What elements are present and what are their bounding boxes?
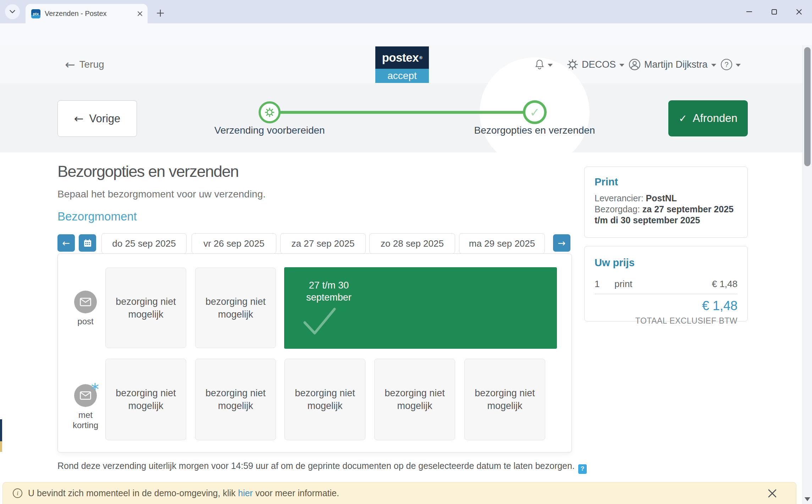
price-amount: € 1,48 [712,279,738,290]
caret-down-icon [619,64,624,67]
option-cell-unavailable: bezorging niet mogelijk [195,268,276,348]
caret-down-icon [711,64,716,67]
postex-favicon: ptx [31,9,40,18]
back-link[interactable]: ← Terug [65,45,104,84]
new-tab-button[interactable] [153,6,167,20]
step-label-delivery: Bezorgopties en verzenden [460,125,609,136]
info-icon: i [13,488,22,498]
gear-icon [265,107,275,117]
organization-menu[interactable]: DECOS [567,45,624,84]
close-icon [768,489,777,498]
tab-strip: ptx Verzenden - Postex [0,0,812,23]
maximize-button[interactable] [763,0,785,23]
date-tab[interactable]: do 25 sep 2025 [101,233,187,254]
price-card: Uw prijs 1 print € 1,48 € 1,48 TOTAAL EX… [584,246,748,321]
finish-button-label: Afronden [693,112,738,125]
option-cell-unavailable: bezorging niet mogelijk [195,359,276,440]
post-row-icon [74,291,97,313]
step-connector-line [280,111,524,114]
row-label-post: post [63,316,108,326]
back-link-label: Terug [79,59,104,70]
logo-top: postex® [375,46,429,69]
price-total-caption: TOTAAL EXCLUSIEF BTW [595,316,738,326]
scrollbar-thumb[interactable] [804,47,811,166]
page-subtitle: Bepaal het bezorgmoment voor uw verzendi… [57,189,266,200]
edge-fragment [0,441,2,452]
browser-toolbar: nl.postex-accept.com/start/shipments/280… [0,23,812,45]
tab-search-button[interactable] [5,4,20,19]
help-menu[interactable]: ? [721,45,741,84]
price-item: print [614,279,712,290]
browser-window: ptx Verzenden - Postex nl.postex-accept.… [0,0,812,504]
close-window-button[interactable] [788,0,810,23]
prev-dates-button[interactable]: ← [57,234,75,252]
price-total: € 1,48 [595,298,738,313]
maximize-icon [772,9,777,15]
envelope-icon [80,298,91,306]
browser-tab[interactable]: ptx Verzenden - Postex [26,4,148,23]
user-menu[interactable]: Martijn Dijkstra [629,45,716,84]
tooltip-question-icon[interactable]: ? [578,464,587,474]
price-qty: 1 [595,279,614,290]
page-title: Bezorgopties en verzenden [57,162,238,181]
previous-button-label: Vorige [89,112,120,125]
user-icon [629,58,641,71]
price-line-item: 1 print € 1,48 [595,274,738,294]
banner-text: U bevindt zich momenteel in de demo-omge… [28,488,339,498]
row-label-korting: met korting [68,410,103,430]
price-card-title: Uw prijs [595,257,738,269]
next-dates-button[interactable]: → [553,234,570,252]
left-arrow-icon: ← [62,238,70,248]
korting-row-icon [74,384,97,407]
selected-range-label: 27 t/m 30 september [300,279,357,303]
left-arrow-icon: ← [74,112,84,125]
minimize-button[interactable] [738,0,761,23]
print-card-title: Print [595,176,738,188]
postex-logo: postex® accept [375,46,429,83]
check-icon: ✓ [530,105,540,119]
demo-banner: i U bevindt zich momenteel in de demo-om… [2,482,796,504]
discount-asterisk-icon [91,383,99,392]
logo-bottom: accept [375,69,429,83]
date-tab[interactable]: zo 28 sep 2025 [369,233,455,254]
option-cell-unavailable: bezorging niet mogelijk [105,359,186,440]
close-icon [796,9,802,15]
date-tab[interactable]: ma 29 sep 2025 [459,233,545,254]
caret-down-icon [548,64,553,67]
edge-fragment [0,419,2,441]
section-title: Bezorgmoment [57,210,137,223]
help-icon: ? [721,59,732,70]
banner-close-button[interactable] [768,489,777,498]
previous-button[interactable]: ← Vorige [57,100,137,137]
calendar-button[interactable] [79,234,96,252]
caret-down-icon [736,64,741,67]
minimize-icon [746,11,752,12]
finish-button[interactable]: ✓ Afronden [668,100,748,136]
step-circle-prepare [259,101,281,123]
step-label-prepare: Verzending voorbereiden [195,125,344,136]
option-cell-unavailable: bezorging niet mogelijk [374,359,455,440]
check-icon [303,307,337,335]
banner-link[interactable]: hier [238,488,253,498]
organization-label: DECOS [582,59,616,70]
notifications-menu[interactable] [535,45,553,84]
option-cell-selected[interactable]: 27 t/m 30 september [284,267,557,349]
tab-title: Verzenden - Postex [45,10,134,18]
step-circle-delivery: ✓ [523,100,547,124]
delivery-options-panel: post bezorging niet mogelijk bezorging n… [57,253,572,453]
option-cell-unavailable: bezorging niet mogelijk [285,359,365,440]
scrollbar-down-arrow[interactable] [805,497,810,501]
print-summary-card: Print Leverancier: PostNL Bezorgdag: za … [584,167,748,238]
plus-icon [156,9,164,17]
option-cell-unavailable: bezorging niet mogelijk [105,268,186,348]
option-cell-unavailable: bezorging niet mogelijk [464,359,545,440]
deadline-note: Rond deze verzending uiterlijk morgen vo… [57,461,587,474]
left-arrow-icon: ← [65,58,75,71]
check-icon: ✓ [679,113,687,124]
date-tab[interactable]: za 27 sep 2025 [280,233,366,254]
chevron-down-icon [10,10,15,13]
tab-close-icon[interactable] [137,11,143,16]
page-scrollbar[interactable] [802,45,812,504]
date-tab[interactable]: vr 26 sep 2025 [192,233,276,254]
gear-icon [567,59,578,70]
